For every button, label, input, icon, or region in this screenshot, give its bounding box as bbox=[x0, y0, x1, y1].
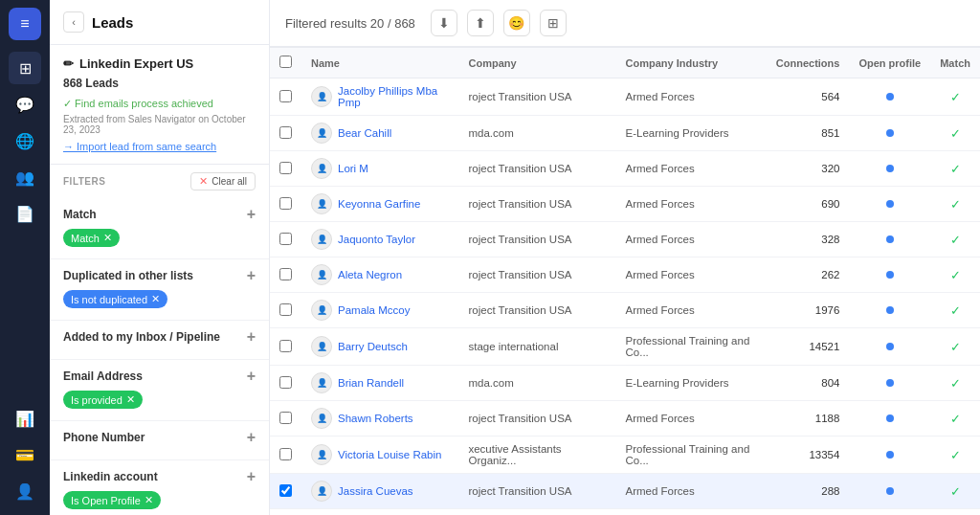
back-button[interactable]: ‹ bbox=[63, 11, 84, 33]
lead-name[interactable]: Jassira Cuevas bbox=[338, 485, 413, 497]
lead-name[interactable]: Aleta Negron bbox=[338, 269, 402, 280]
row-industry: Armed Forces bbox=[616, 401, 767, 437]
row-industry: Armed Forces bbox=[616, 258, 767, 293]
row-name-cell: 👤 Brian Randell bbox=[301, 366, 458, 401]
sidebar-icon-globe[interactable]: 🌐 bbox=[9, 124, 41, 157]
open-profile-dot bbox=[886, 93, 894, 101]
lead-name[interactable]: Jacolby Phillips Mba Pmp bbox=[338, 85, 449, 108]
row-match: ✓ bbox=[930, 509, 980, 516]
row-checkbox[interactable] bbox=[279, 448, 292, 460]
filter-inbox-add[interactable]: + bbox=[247, 328, 256, 346]
lead-name[interactable]: Pamala Mccoy bbox=[338, 304, 410, 316]
lead-name[interactable]: Brian Randell bbox=[338, 377, 404, 389]
row-name-cell: 👤 Shawn Roberts bbox=[301, 401, 458, 437]
row-checkbox[interactable] bbox=[279, 233, 292, 245]
email-provided-tag[interactable]: Is provided ✕ bbox=[63, 391, 143, 409]
sidebar-icon-people[interactable]: 👥 bbox=[9, 161, 41, 193]
import-link[interactable]: → Import lead from same search bbox=[63, 141, 256, 152]
open-profile-dot bbox=[886, 379, 894, 387]
row-connections: 320 bbox=[767, 151, 850, 187]
row-checkbox-cell bbox=[270, 258, 301, 293]
lead-name[interactable]: Shawn Roberts bbox=[338, 413, 413, 424]
row-checkbox-cell bbox=[270, 187, 301, 222]
row-checkbox[interactable] bbox=[279, 340, 292, 352]
not-duplicated-tag[interactable]: Is not duplicated ✕ bbox=[63, 290, 167, 308]
row-checkbox-cell bbox=[270, 401, 301, 437]
sidebar-icon-chat[interactable]: 💬 bbox=[9, 88, 41, 121]
row-company: roject Transition USA bbox=[458, 401, 615, 437]
open-profile-dot bbox=[886, 451, 894, 459]
filter-linkedin-add[interactable]: + bbox=[247, 468, 256, 485]
row-checkbox-cell bbox=[270, 328, 301, 366]
row-name-cell: 👤 Victoria Louise Rabin bbox=[301, 437, 458, 474]
open-profile-tag-remove[interactable]: ✕ bbox=[145, 494, 153, 506]
download-button[interactable]: ⬇ bbox=[431, 10, 457, 36]
row-company: stage international bbox=[458, 328, 615, 366]
filter-duplicated-add[interactable]: + bbox=[247, 267, 256, 284]
row-checkbox[interactable] bbox=[279, 126, 292, 139]
lead-name[interactable]: Bear Cahill bbox=[338, 127, 391, 139]
avatar: 👤 bbox=[311, 123, 332, 144]
row-industry: E-Learning Providers bbox=[616, 366, 767, 401]
open-profile-dot bbox=[886, 271, 894, 279]
icon-sidebar: ≡ ⊞ 💬 🌐 👥 📄 📊 💳 👤 bbox=[0, 0, 50, 515]
emoji-button[interactable]: 😊 bbox=[503, 10, 530, 36]
grid-button[interactable]: ⊞ bbox=[540, 10, 567, 36]
row-name-cell: 👤 Jacolby Phillips Mba Pmp bbox=[301, 78, 458, 116]
row-industry: E-Learning Providers bbox=[616, 116, 767, 151]
lead-name[interactable]: Barry Deutsch bbox=[338, 341, 408, 352]
header-actions: ⬇ ⬆ 😊 ⊞ bbox=[431, 10, 567, 36]
row-checkbox[interactable] bbox=[279, 162, 292, 174]
lead-name[interactable]: Victoria Louise Rabin bbox=[338, 449, 441, 460]
row-industry: Professional Training and Co... bbox=[616, 437, 767, 474]
avatar: 👤 bbox=[311, 86, 332, 107]
match-tag-remove[interactable]: ✕ bbox=[103, 232, 112, 244]
table-row: 👤 Keyonna Garfine roject Transition USA … bbox=[270, 187, 980, 222]
row-checkbox-cell bbox=[270, 437, 301, 474]
open-profile-tag[interactable]: Is Open Profile ✕ bbox=[63, 491, 161, 509]
filter-match-header: Match + bbox=[63, 206, 256, 223]
sidebar-icon-report[interactable]: 📊 bbox=[9, 402, 41, 435]
row-checkbox[interactable] bbox=[279, 90, 292, 102]
row-checkbox[interactable] bbox=[279, 197, 292, 210]
sidebar-icon-settings[interactable]: 👤 bbox=[9, 475, 41, 507]
email-tag-remove[interactable]: ✕ bbox=[126, 393, 135, 406]
leads-count: 868 Leads bbox=[63, 77, 256, 90]
row-checkbox[interactable] bbox=[279, 376, 292, 389]
row-connections: 13354 bbox=[767, 437, 850, 474]
filter-email-add[interactable]: + bbox=[247, 368, 256, 385]
sidebar-icon-document[interactable]: 📄 bbox=[9, 197, 41, 230]
row-checkbox[interactable] bbox=[279, 268, 292, 280]
upload-button[interactable]: ⬆ bbox=[467, 10, 494, 36]
row-checkbox[interactable] bbox=[279, 303, 292, 316]
row-match: ✓ bbox=[930, 401, 980, 437]
row-open-profile bbox=[849, 437, 930, 474]
app-logo[interactable]: ≡ bbox=[9, 8, 41, 40]
row-match: ✓ bbox=[930, 474, 980, 509]
sidebar-icon-card[interactable]: 💳 bbox=[9, 438, 41, 471]
row-connections: 288 bbox=[767, 474, 850, 509]
filter-match-add[interactable]: + bbox=[247, 206, 256, 223]
row-name-cell: 👤 Jaquonto Taylor bbox=[301, 222, 458, 258]
match-checkmark: ✓ bbox=[950, 126, 961, 141]
results-count: Filtered results 20 / 868 bbox=[285, 16, 415, 31]
not-duplicated-tag-remove[interactable]: ✕ bbox=[151, 293, 160, 305]
row-industry: Armed Forces bbox=[616, 293, 767, 328]
row-name-cell: 👤 Keyonna Garfine bbox=[301, 187, 458, 222]
open-profile-dot bbox=[886, 414, 894, 422]
sidebar-icon-home[interactable]: ⊞ bbox=[9, 52, 41, 84]
table-row: 👤 Jaquonto Taylor roject Transition USA … bbox=[270, 222, 980, 258]
row-checkbox[interactable] bbox=[279, 412, 292, 424]
row-match: ✓ bbox=[930, 187, 980, 222]
lead-name[interactable]: Lori M bbox=[338, 163, 368, 174]
select-all-checkbox[interactable] bbox=[279, 56, 292, 68]
avatar: 👤 bbox=[311, 408, 332, 429]
filter-phone-add[interactable]: + bbox=[247, 429, 256, 446]
match-tag[interactable]: Match ✕ bbox=[63, 229, 120, 247]
row-company: roject Transition USA bbox=[458, 187, 615, 222]
row-checkbox[interactable] bbox=[279, 484, 292, 497]
row-open-profile bbox=[849, 509, 930, 516]
lead-name[interactable]: Keyonna Garfine bbox=[338, 198, 420, 210]
lead-name[interactable]: Jaquonto Taylor bbox=[338, 234, 415, 245]
clear-all-button[interactable]: ✕ Clear all bbox=[190, 172, 256, 190]
